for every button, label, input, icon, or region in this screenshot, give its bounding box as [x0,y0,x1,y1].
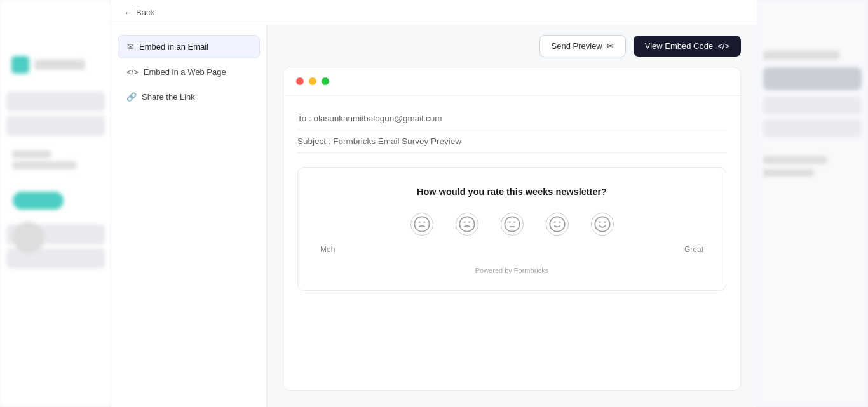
smiley-1[interactable] [410,213,433,236]
code-icon: </> [126,67,139,77]
rating-labels: Meh Great [314,245,710,254]
left-nav: ✉ Embed in an Email </> Embed in a Web P… [111,25,267,407]
nav-item-share-link[interactable]: 🔗 Share the Link [118,86,260,108]
smiley-5[interactable] [591,213,614,236]
svg-point-3 [459,217,474,231]
right-panel-blurred [763,51,862,177]
subject-label: Subject : [297,137,331,146]
nav-embed-webpage-label: Embed in a Web Page [144,67,226,77]
svg-point-13 [595,217,609,231]
nav-share-link-label: Share the Link [142,92,195,102]
nav-embed-email-label: Embed in an Email [139,42,208,51]
back-label: Back [136,8,154,17]
survey-question: How would you rate this weeks newsletter… [314,187,710,197]
send-preview-button[interactable]: Send Preview ✉ [539,35,626,57]
nav-item-embed-webpage[interactable]: </> Embed in a Web Page [118,61,260,83]
smiley-2[interactable] [456,213,478,236]
nav-item-embed-email[interactable]: ✉ Embed in an Email [118,35,260,58]
view-embed-button[interactable]: View Embed Code </> [634,36,741,57]
svg-point-0 [414,217,429,231]
content-area: ✉ Embed in an Email </> Embed in a Web P… [111,25,757,407]
svg-point-6 [505,217,519,231]
email-icon: ✉ [127,42,134,51]
back-button[interactable]: ← Back [124,8,154,18]
email-card: To : olasunkanmiibalogun@gmail.com Subje… [283,67,741,391]
email-to-row: To : olasunkanmiibalogun@gmail.com [297,107,726,130]
view-embed-code-icon: </> [717,41,729,51]
main-wrapper: ← Back ✉ Embed in an Email </> Embed in … [111,0,757,407]
to-value: olasunkanmiibalogun@gmail.com [314,114,442,123]
email-meta: To : olasunkanmiibalogun@gmail.com Subje… [283,96,740,153]
send-preview-label: Send Preview [552,41,602,51]
link-icon: 🔗 [126,92,137,102]
smiley-4[interactable] [546,213,569,236]
smiley-3[interactable] [501,213,524,236]
dot-red [296,77,304,85]
rating-label-right: Great [684,245,703,254]
dot-green [322,77,329,85]
dot-yellow [309,77,316,85]
email-subject-row: Subject : Formbricks Email Survey Previe… [297,130,726,153]
preview-header: Send Preview ✉ View Embed Code </> [267,25,757,67]
survey-preview: How would you rate this weeks newsletter… [297,167,726,291]
preview-area: Send Preview ✉ View Embed Code </> [267,25,757,407]
to-label: To : [297,114,311,123]
svg-point-10 [550,217,564,231]
subject-value: Formbricks Email Survey Preview [333,137,461,146]
smiley-row [314,213,710,236]
view-embed-label: View Embed Code [645,41,713,51]
sidebar-blurred-content [6,51,105,272]
powered-by: Powered by Formbricks [314,267,710,274]
top-bar: ← Back [111,0,757,25]
email-card-header [283,67,740,96]
back-arrow-icon: ← [124,8,133,18]
send-preview-icon: ✉ [607,41,614,51]
rating-label-left: Meh [320,245,335,254]
